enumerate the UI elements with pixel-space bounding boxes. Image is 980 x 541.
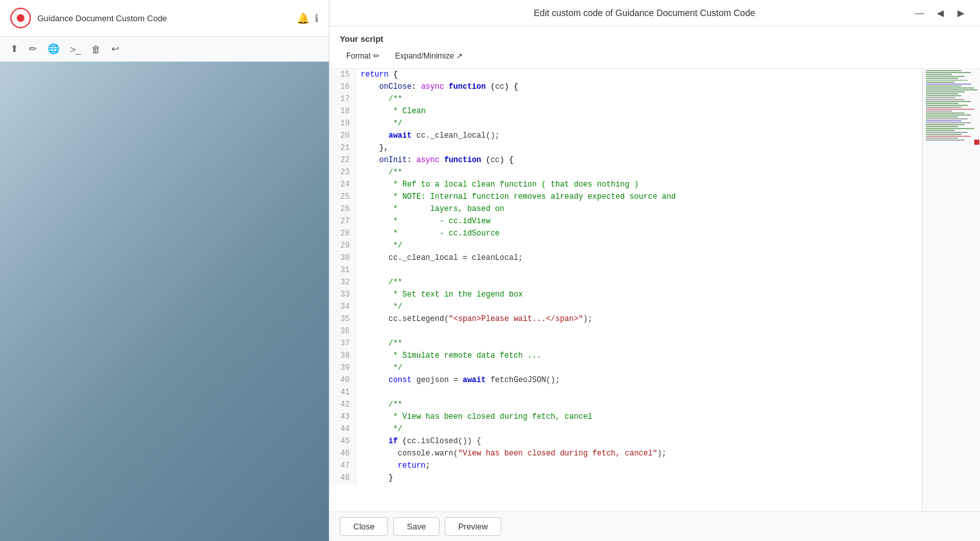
svg-rect-25 [926,118,968,120]
table-row: 31 [329,264,922,277]
code-line: * Ref to a local clean function ( that d… [355,179,922,191]
code-line: cc.setLegend("<span>Please wait...</span… [355,313,922,326]
code-line: }, [355,142,922,154]
code-line: /** [355,167,922,179]
svg-rect-31 [926,130,955,131]
svg-rect-8 [926,86,961,87]
line-number: 23 [329,167,355,179]
table-row: 28 * - cc.idSource [329,228,922,240]
terminal-icon[interactable]: >_ [70,44,81,55]
table-row: 45 if (cc.isClosed()) { [329,436,922,448]
table-row: 48 } [329,472,922,484]
minimap [922,69,980,511]
code-main[interactable]: 15 return { 16 onClose: async function (… [329,69,922,511]
line-number: 30 [329,252,355,264]
minimap-canvas [923,69,980,511]
table-row: 33 * Set text in the legend box [329,289,922,301]
table-row: 15 return { [329,69,922,81]
code-line: /** [355,93,922,105]
code-line: */ [355,118,922,130]
line-number: 38 [329,350,355,362]
expand-label: Expand/Minimize [395,51,454,60]
format-button[interactable]: Format ✏ [340,49,386,63]
code-line: * Set text in the legend box [355,289,922,301]
svg-rect-24 [926,116,958,118]
code-line: /** [355,277,922,289]
svg-rect-16 [926,101,971,102]
code-line: /** [355,338,922,350]
share-icon[interactable]: ↩ [111,43,120,55]
svg-rect-14 [926,97,955,98]
expand-minimize-button[interactable]: Expand/Minimize ↗ [389,49,469,63]
svg-rect-5 [926,80,968,81]
line-number: 42 [329,399,355,411]
table-row: 40 const geojson = await fetchGeoJSON(); [329,374,922,387]
code-line [355,387,922,399]
line-number: 17 [329,93,355,105]
svg-rect-22 [926,113,965,114]
table-row: 23 /** [329,167,922,179]
script-label: Your script [340,34,970,44]
svg-rect-26 [926,120,961,122]
code-line [355,264,922,277]
line-number: 16 [329,81,355,93]
format-label: Format [346,51,371,60]
line-number: 18 [329,105,355,118]
left-panel: Guidance Document Custom Code 🔔 ℹ ⬆ ✏ 🌐 … [0,0,329,541]
line-number: 33 [329,289,355,301]
svg-rect-37 [974,140,979,145]
code-line: onInit: async function (cc) { [355,154,922,167]
line-number: 32 [329,277,355,289]
line-number: 44 [329,423,355,436]
delete-icon[interactable]: 🗑 [91,44,101,55]
notification-icon[interactable]: 🔔 [297,12,310,24]
line-number: 31 [329,264,355,277]
svg-rect-15 [926,99,965,100]
upload-icon[interactable]: ⬆ [10,43,19,55]
svg-rect-10 [926,89,977,91]
code-line: */ [355,362,922,374]
table-row: 25 * NOTE: Internal function removes alr… [329,191,922,203]
right-panel: Edit custom code of Guidance Document Cu… [329,0,980,541]
table-row: 37 /** [329,338,922,350]
line-number: 34 [329,301,355,313]
modal-title: Edit custom code of Guidance Document Cu… [378,8,911,18]
modal-controls: — ◀ ▶ [911,5,970,21]
table-row: 16 onClose: async function (cc) { [329,81,922,93]
preview-button[interactable]: Preview [445,517,501,536]
left-header: Guidance Document Custom Code 🔔 ℹ [0,0,329,37]
svg-rect-20 [926,109,974,110]
line-number: 47 [329,460,355,472]
save-button[interactable]: Save [393,517,439,536]
line-number: 22 [329,154,355,167]
line-number: 41 [329,387,355,399]
svg-rect-34 [926,136,971,137]
line-number: 27 [329,215,355,228]
code-line: * - cc.idSource [355,228,922,240]
code-line: return; [355,460,922,472]
svg-rect-13 [926,95,961,96]
line-number: 19 [329,118,355,130]
logo-inner [17,14,24,22]
script-toolbar: Format ✏ Expand/Minimize ↗ [340,49,970,63]
table-row: 36 [329,326,922,338]
table-row: 42 /** [329,399,922,411]
svg-rect-23 [926,115,971,116]
table-row: 30 cc._clean_local = cleanLocal; [329,252,922,264]
expand-button[interactable]: ▶ [952,5,970,21]
table-row: 26 * layers, based on [329,203,922,215]
minimize-button[interactable]: — [911,5,929,21]
svg-rect-32 [926,132,968,133]
modal-header: Edit custom code of Guidance Document Cu… [329,0,980,26]
info-icon[interactable]: ℹ [315,12,319,24]
table-row: 39 */ [329,362,922,374]
edit-icon[interactable]: ✏ [29,43,37,55]
table-row: 34 */ [329,301,922,313]
collapse-button[interactable]: ◀ [931,5,949,21]
table-row: 41 [329,387,922,399]
globe-icon[interactable]: 🌐 [48,43,60,55]
close-button[interactable]: Close [340,517,388,536]
line-number: 20 [329,130,355,142]
expand-icon: ↗ [456,51,463,60]
svg-rect-1 [926,72,971,73]
